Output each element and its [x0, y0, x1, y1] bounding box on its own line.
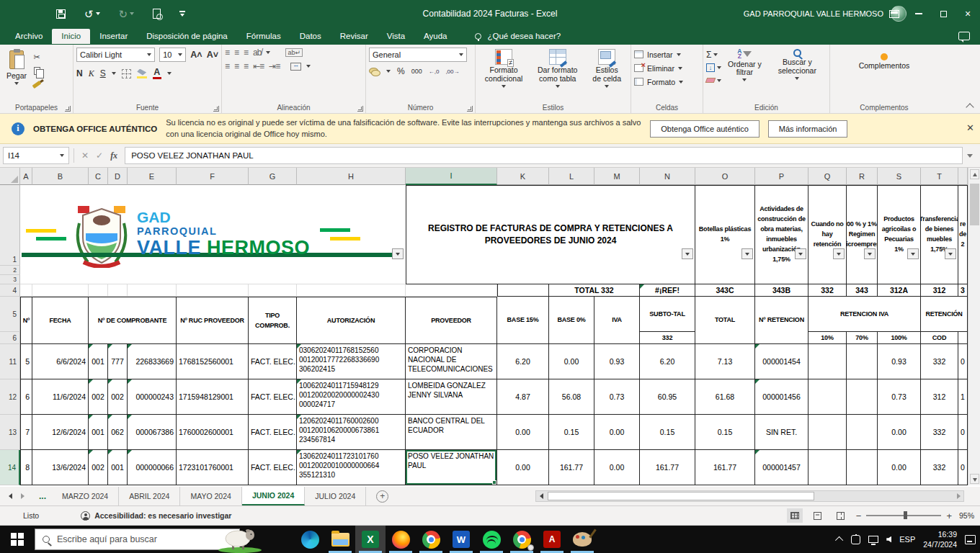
filter-button-N[interactable] — [682, 248, 693, 259]
header-cell-B-r56[interactable]: FECHA — [32, 297, 89, 344]
cell-D14[interactable]: 001 — [108, 450, 128, 485]
cell-S14[interactable]: 0.00 — [878, 450, 921, 485]
cell-R13[interactable] — [847, 415, 878, 450]
filter-button-Q[interactable] — [833, 248, 845, 259]
cell-G4[interactable] — [249, 284, 297, 297]
conditional-formatting-button[interactable]: Formato condicional — [478, 48, 529, 89]
filter-button-P[interactable] — [795, 248, 806, 259]
column-header-F[interactable]: F — [177, 168, 249, 185]
cell-Q4[interactable]: 332 — [808, 284, 847, 297]
expand-formula-bar-icon[interactable] — [967, 154, 973, 158]
menu-tab-archivo[interactable]: Archivo — [6, 29, 52, 44]
row-header-3[interactable]: 3 — [0, 275, 20, 284]
menu-tab-vista[interactable]: Vista — [378, 29, 414, 44]
font-color-button[interactable]: A — [153, 68, 161, 80]
cell-B12[interactable]: 11/6/2024 — [32, 379, 89, 415]
minimize-button[interactable] — [906, 0, 931, 27]
start-button[interactable] — [0, 526, 35, 553]
column-header-C[interactable]: C — [89, 168, 108, 185]
cell-U12[interactable]: 1 — [958, 379, 968, 415]
header-cell-Q1[interactable]: Cuando no hay retención — [808, 185, 847, 284]
number-format-select[interactable]: General — [369, 48, 467, 62]
cell-K4[interactable] — [497, 284, 549, 297]
cell-H14[interactable]: 13062024011723101760 0012002001000000066… — [297, 450, 406, 485]
row-header-14[interactable]: 14 — [0, 450, 20, 485]
cell-G11[interactable]: FACT. ELEC. — [249, 344, 297, 379]
cell-R12[interactable] — [847, 379, 878, 415]
spotify-button[interactable] — [476, 526, 507, 553]
cell-N12[interactable]: 60.95 — [640, 379, 695, 415]
cell-E12[interactable]: 000000243 — [128, 379, 177, 415]
cell-I11[interactable]: CORPORACION NACIONAL DE TELECOMUNICACION… — [406, 344, 497, 379]
collapse-ribbon-button[interactable] — [966, 103, 974, 111]
row-header-1[interactable]: 1 — [0, 185, 20, 266]
comma-format-button[interactable]: 000 — [411, 68, 422, 75]
sheet-tab-junio-2024[interactable]: JUNIO 2024 — [242, 487, 305, 505]
merge-center-button[interactable] — [290, 63, 301, 71]
header-cell-T1[interactable]: Transferencia de bienes muebles 1,75% — [921, 185, 958, 284]
cell-A12[interactable]: 6 — [20, 379, 32, 415]
cell-D12[interactable]: 002 — [108, 379, 128, 415]
cell-H13[interactable]: 12062024011760002600 0012001062000067386… — [297, 415, 406, 450]
cell-P4[interactable]: 343B — [755, 284, 808, 297]
cell-O12[interactable]: 61.68 — [695, 379, 755, 415]
align-right-button[interactable]: ≡ — [244, 61, 248, 71]
cell-Q14[interactable] — [808, 450, 847, 485]
sheet-tab-marzo-2024[interactable]: MARZO 2024 — [52, 487, 119, 505]
cell-L11[interactable]: 0.00 — [549, 344, 594, 379]
cell-C11[interactable]: 001 — [89, 344, 108, 379]
fill-color-button[interactable] — [137, 69, 147, 78]
cell-O11[interactable]: 7.13 — [695, 344, 755, 379]
cell-E4[interactable] — [128, 284, 177, 297]
confirm-entry-icon[interactable]: ✓ — [96, 150, 103, 161]
cell-G13[interactable]: FACT. ELEC. — [249, 415, 297, 450]
align-bottom-button[interactable]: ≡ — [244, 48, 248, 58]
increase-indent-button[interactable]: ⇥≡ — [269, 61, 280, 71]
number-dialog-launcher[interactable] — [467, 106, 473, 112]
insert-cells-button[interactable]: Insertar — [634, 48, 700, 61]
header-cell-S-r6[interactable]: 100% — [878, 332, 921, 344]
cell-P11[interactable]: 000001454 — [755, 344, 808, 379]
cell-A13[interactable]: 7 — [20, 415, 32, 450]
cell-A4[interactable] — [20, 284, 32, 297]
column-header-D[interactable]: D — [108, 168, 128, 185]
clear-button[interactable] — [706, 75, 721, 86]
format-cells-button[interactable]: Formato — [634, 75, 700, 89]
column-header-A[interactable]: A — [20, 168, 32, 185]
column-header-K[interactable]: K — [497, 168, 549, 185]
cell-E14[interactable]: 000000066 — [128, 450, 177, 485]
fill-button[interactable]: ↓ — [706, 62, 721, 73]
edge-button[interactable] — [295, 526, 325, 553]
menu-tab-ayuda[interactable]: Ayuda — [414, 29, 456, 44]
cell-K11[interactable]: 6.20 — [497, 344, 549, 379]
cell-T12[interactable]: 312 — [921, 379, 958, 415]
cell-L13[interactable]: 0.15 — [549, 415, 594, 450]
cell-O13[interactable]: 0.15 — [695, 415, 755, 450]
sheet-tab-julio-2024[interactable]: JULIO 2024 — [305, 487, 366, 505]
cell-U14[interactable]: 0 — [958, 450, 968, 485]
cancel-entry-icon[interactable]: ✕ — [81, 150, 89, 161]
cell-K13[interactable]: 0.00 — [497, 415, 549, 450]
zoom-level[interactable]: 95% — [959, 511, 974, 520]
cell-K14[interactable]: 0.00 — [497, 450, 549, 485]
cell-F13[interactable]: 1760002600001 — [177, 415, 249, 450]
percent-format-button[interactable]: % — [397, 66, 405, 76]
cell-M14[interactable]: 0.00 — [594, 450, 640, 485]
customize-toolbar-button[interactable] — [179, 11, 185, 17]
vertical-scroll-thumb[interactable] — [970, 184, 979, 225]
cell-S4[interactable]: 312A — [878, 284, 921, 297]
page-break-view-button[interactable] — [833, 508, 849, 523]
format-as-table-button[interactable]: Dar formato como tabla — [529, 48, 586, 89]
cell-D13[interactable]: 062 — [108, 415, 128, 450]
row-header-12[interactable]: 12 — [0, 379, 20, 415]
restore-button[interactable] — [931, 0, 956, 27]
cell-E13[interactable]: 000067386 — [128, 415, 177, 450]
column-header-R[interactable]: R — [847, 168, 878, 185]
cell-H11[interactable]: 03062024011768152560 0012001777226833669… — [297, 344, 406, 379]
taskbar-search-input[interactable]: Escribe aquí para buscar — [35, 529, 240, 550]
cell-D11[interactable]: 777 — [108, 344, 128, 379]
row-header-6[interactable]: 6 — [0, 332, 20, 344]
header-cell-N-r5[interactable]: SUBTO-TAL — [640, 297, 695, 332]
scroll-right-icon[interactable] — [953, 491, 963, 501]
vertical-scrollbar[interactable] — [968, 168, 980, 485]
